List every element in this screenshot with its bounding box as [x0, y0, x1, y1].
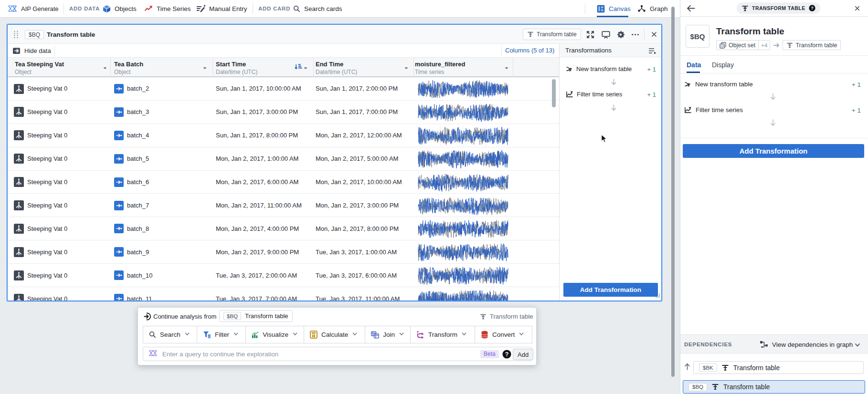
svg-text:?: ?	[505, 351, 509, 358]
svg-text:?: ?	[811, 6, 814, 10]
